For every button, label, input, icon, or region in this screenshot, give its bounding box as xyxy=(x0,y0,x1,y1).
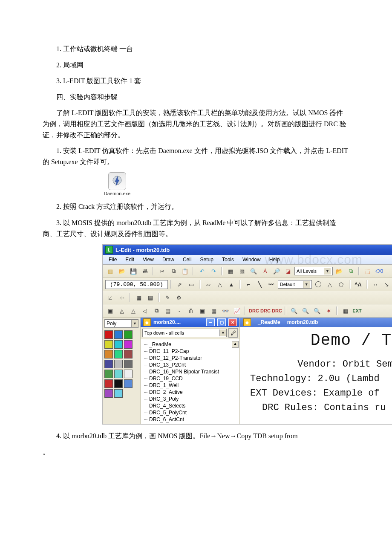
t4j-icon[interactable]: ▦ xyxy=(209,306,219,316)
cell-filter-dropdown[interactable]: Top down - all cells ▼ xyxy=(142,329,227,337)
menu-view[interactable]: View xyxy=(138,256,158,263)
t4d-icon[interactable]: ◁ xyxy=(140,306,150,316)
t4l-icon[interactable]: 📈 xyxy=(232,306,242,316)
t4i-icon[interactable]: ▣ xyxy=(197,306,208,316)
find2-icon[interactable]: 🔍 xyxy=(300,306,311,316)
tree-item[interactable]: DRC 7 Metal1 xyxy=(143,423,237,424)
wire-l-icon[interactable]: ⌐ xyxy=(243,279,254,289)
instance-icon[interactable]: ⬚ xyxy=(363,266,373,276)
tree-item[interactable]: DRC_1_Well xyxy=(143,382,237,389)
t4h-icon[interactable]: ⫚ xyxy=(186,306,196,316)
triangle-fill-icon[interactable]: ▲ xyxy=(226,279,236,289)
layer-swatch[interactable] xyxy=(114,340,123,349)
new-file-icon[interactable]: ▥ xyxy=(105,266,115,276)
circle-outline-icon[interactable] xyxy=(313,279,323,289)
triangle2-icon[interactable]: △ xyxy=(325,279,335,289)
chevron-down-icon[interactable]: ▼ xyxy=(131,320,138,327)
tree-item[interactable]: DRC_3_Poly xyxy=(143,396,237,402)
style-dropdown[interactable]: Default▼ xyxy=(278,280,312,289)
save-icon[interactable]: 💾 xyxy=(128,266,138,276)
tree-item[interactable]: DRC_12_P2-Transistor xyxy=(143,355,237,361)
find1-icon[interactable]: 🔍 xyxy=(289,306,299,316)
tree-item[interactable]: DRC_16_NPN Bipolar Transist xyxy=(143,368,237,375)
chevron-down-icon[interactable]: ▼ xyxy=(219,330,226,336)
menu-draw[interactable]: Draw xyxy=(158,256,179,263)
close-button[interactable]: ✕ xyxy=(228,318,237,326)
drc2-icon[interactable]: DRC xyxy=(260,306,271,316)
tool-f-icon[interactable]: ⚙ xyxy=(174,292,184,303)
layer-swatch[interactable] xyxy=(104,340,113,349)
drc3-icon[interactable]: DRC xyxy=(272,306,282,316)
paste-icon[interactable]: 📋 xyxy=(180,266,190,276)
maximize-button[interactable]: ▢ xyxy=(217,318,226,326)
chevron-down-icon[interactable]: ▼ xyxy=(303,281,310,288)
t4a-icon[interactable]: ▣ xyxy=(105,306,115,316)
drc1-icon[interactable]: DRC xyxy=(249,306,259,316)
filter-tool-icon[interactable]: 🖉 xyxy=(228,328,238,338)
chevron-down-icon[interactable]: ▼ xyxy=(324,268,331,275)
open2-icon[interactable]: 📂 xyxy=(334,266,344,276)
layer-swatch[interactable] xyxy=(104,330,113,339)
layer-swatch[interactable] xyxy=(124,360,133,368)
zoom-icon[interactable]: 🔎 xyxy=(271,266,282,276)
layer-select[interactable]: Poly ▼ xyxy=(104,319,138,328)
open-icon[interactable]: 📂 xyxy=(117,266,127,276)
tree-item[interactable]: _ReadMe xyxy=(143,341,237,348)
menu-help[interactable]: Help xyxy=(265,256,284,263)
tool-e-icon[interactable]: ✎ xyxy=(162,292,173,303)
tool-d-icon[interactable]: ▤ xyxy=(145,292,156,303)
tree-item[interactable]: DRC_6_ActCnt xyxy=(143,416,237,423)
find-all-icon[interactable]: Ȧ xyxy=(260,266,270,276)
layer-swatch[interactable] xyxy=(114,389,123,398)
menu-setup[interactable]: Setup xyxy=(196,256,218,263)
layer-swatch[interactable] xyxy=(124,350,133,358)
triangle-outline-icon[interactable]: △ xyxy=(215,279,225,289)
layer-swatch[interactable] xyxy=(104,379,113,388)
find-icon[interactable]: 🔍 xyxy=(248,266,259,276)
layer-swatch[interactable] xyxy=(114,379,123,388)
t4g-icon[interactable]: ⫞ xyxy=(174,306,184,316)
t4k-icon[interactable]: 👓 xyxy=(220,306,231,316)
layer-swatch[interactable] xyxy=(104,360,113,368)
t4c-icon[interactable]: △ xyxy=(128,306,138,316)
tree-item[interactable]: DRC_13_P2Cnt xyxy=(143,361,237,368)
grid2-icon[interactable]: ▧ xyxy=(237,266,247,276)
grid1-icon[interactable]: ▦ xyxy=(225,266,236,276)
wire-curve-icon[interactable]: 〰 xyxy=(266,279,277,289)
layer-swatch[interactable] xyxy=(114,350,123,358)
print-icon[interactable]: 🖶 xyxy=(140,266,150,276)
ext-icon[interactable]: EXT xyxy=(352,306,362,316)
t4m-icon[interactable]: ▦ xyxy=(340,306,351,316)
menu-file[interactable]: File xyxy=(104,256,121,263)
tree-item[interactable]: DRC_11_P2-Cap xyxy=(143,348,237,355)
layer-swatch[interactable] xyxy=(124,340,133,349)
menu-window[interactable]: Window xyxy=(238,256,265,263)
find4-icon[interactable]: ✶ xyxy=(323,306,334,316)
find3-icon[interactable]: 🔍 xyxy=(312,306,322,316)
cell-icon[interactable]: ◪ xyxy=(283,266,293,276)
text-a-icon[interactable]: ᴬA xyxy=(353,279,363,289)
copy-icon[interactable]: ⧉ xyxy=(168,266,179,276)
ruler-icon[interactable]: ↔ xyxy=(370,279,380,289)
layer-swatch[interactable] xyxy=(114,330,123,339)
t4e-icon[interactable]: ⧉ xyxy=(151,306,161,316)
menu-edit[interactable]: Edit xyxy=(121,256,138,263)
layer-swatch[interactable] xyxy=(114,370,123,378)
tab-tdb[interactable]: morbn20.tdb xyxy=(287,319,318,325)
rect-tool-icon[interactable]: ▭ xyxy=(186,279,196,289)
copy2-icon[interactable]: ⧉ xyxy=(346,266,356,276)
t4b-icon[interactable]: ◬ xyxy=(117,306,127,316)
tree-item[interactable]: DRC_5_PolyCnt xyxy=(143,409,237,416)
tree-item[interactable]: DRC_4_Selects xyxy=(143,402,237,409)
layer-swatch[interactable] xyxy=(104,389,113,398)
undo-icon[interactable]: ↶ xyxy=(197,266,207,276)
layer-swatch[interactable] xyxy=(104,370,113,378)
tool-b-icon[interactable]: ⊹ xyxy=(117,292,127,303)
pentagon-icon[interactable]: ⬠ xyxy=(336,279,346,289)
poly-outline-icon[interactable]: ▱ xyxy=(203,279,213,289)
minimize-button[interactable]: ━ xyxy=(206,318,215,326)
eraser-icon[interactable]: ⌫ xyxy=(374,266,384,276)
t4f-icon[interactable]: ▤ xyxy=(163,306,173,316)
tab-readme[interactable]: _ReadMe xyxy=(258,319,280,325)
tool-c-icon[interactable]: ▦ xyxy=(134,292,144,303)
